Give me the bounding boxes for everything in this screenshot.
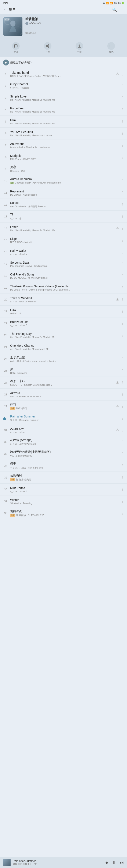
song-more-icon[interactable]: ⋮ xyxy=(121,179,124,183)
song-item[interactable]: 31 Azure Sky a_hisa · colors ⋮ xyxy=(0,424,127,436)
song-more-icon[interactable]: ⋮ xyxy=(121,309,124,313)
download-small-icon[interactable] xyxy=(116,428,119,432)
song-more-icon[interactable]: ⋮ xyxy=(121,487,124,491)
song-more-icon[interactable]: ⋮ xyxy=(121,238,124,242)
search-icon[interactable]: 🔍 xyxy=(112,7,117,12)
song-more-icon[interactable]: ⋮ xyxy=(121,203,124,207)
song-item[interactable]: 12 Sunset Alex Vourtsanis · 古街篮球 Beemo ⋮ xyxy=(0,199,127,211)
song-item[interactable]: 7 An Avenue tsunenori a.k.a Marukabis · … xyxy=(0,140,127,151)
song-item[interactable]: 16 Rainy Waltz a_hisa · shizuku ⋮ xyxy=(0,246,127,258)
play-all-button[interactable]: ▶ 播放全部(共38首) xyxy=(3,60,32,65)
song-more-icon[interactable]: ⋮ xyxy=(121,131,124,135)
song-item[interactable]: 17 So Long, Days Pax Japonica Groove · R… xyxy=(0,258,127,270)
download-small-icon[interactable] xyxy=(116,405,119,408)
song-item[interactable]: 38 告白の夜 独家 翻 素颜秒 · CHRONICLE V ⋮ xyxy=(0,507,127,519)
song-item[interactable]: 10 Aurora Requiem SQ CosMo@暴走P · AD:PIAN… xyxy=(0,175,127,187)
song-more-icon[interactable]: ⋮ xyxy=(121,274,124,278)
album-desc-link[interactable]: 编辑信息 > xyxy=(25,31,124,35)
share-button[interactable]: 分享 xyxy=(44,42,52,54)
album-info: 暗香盈袖 ADONIAO 编辑信息 > xyxy=(25,17,124,35)
song-item[interactable]: 2 Grey Charnel いか消し · eutopia ⋮ xyxy=(0,80,127,92)
more-menu-icon[interactable]: ⋮ xyxy=(120,7,124,12)
song-item[interactable]: 18 Old Friend's Song DE DE MOUSE · to mi… xyxy=(0,270,127,282)
song-title: Represent xyxy=(10,190,119,193)
song-more-icon[interactable]: ⋮ xyxy=(121,357,124,361)
song-more-icon[interactable]: ⋮ xyxy=(121,333,124,337)
song-more-icon[interactable]: ⋮ xyxy=(121,84,124,88)
song-more-icon[interactable]: ⋮ xyxy=(121,452,124,456)
song-item[interactable]: 23 The Parting Day iris · Your Friendshi… xyxy=(0,329,127,341)
song-more-icon[interactable]: ⋮ xyxy=(121,416,124,420)
song-item[interactable]: 22 Breeze of Life a_hisa · colors 3 ⋮ xyxy=(0,317,127,329)
download-small-icon[interactable] xyxy=(116,381,119,384)
song-item[interactable]: 27 春よ、来い SMOOTH J · Smooth Sound Collect… xyxy=(0,377,127,389)
artist-name[interactable]: ADONIAO xyxy=(29,22,41,25)
download-small-icon[interactable] xyxy=(116,298,119,301)
song-more-icon[interactable]: ⋮ xyxy=(121,107,124,112)
song-item[interactable]: 20 Town of Windmill a_hisa · Town of Win… xyxy=(0,294,127,306)
song-item[interactable]: 34 帽子 ヘタとパスカル · fish in the pool ⋮ xyxy=(0,460,127,472)
song-more-icon[interactable]: ⋮ xyxy=(121,381,124,384)
song-item[interactable]: 13 花 a_hisa · 花 ⋮ xyxy=(0,211,127,222)
song-more-icon[interactable]: ⋮ xyxy=(121,143,124,147)
song-more-icon[interactable]: ⋮ xyxy=(121,262,124,266)
song-item[interactable]: 24 One More Chance iris · Your Friendshi… xyxy=(0,341,127,353)
song-more-icon[interactable]: ⋮ xyxy=(121,120,124,124)
song-item[interactable]: 19 Thaitsuki Roiyaru Sanmai Katana (Limi… xyxy=(0,282,127,294)
song-actions: ⋮ xyxy=(121,321,124,325)
song-item[interactable]: 4 Forget You iris · Your Friendship Mean… xyxy=(0,104,127,116)
song-more-icon[interactable]: ⋮ xyxy=(121,191,124,195)
song-item[interactable]: 37 Winter Siiraitsuka · Traveling ⋮ xyxy=(0,495,127,507)
song-more-icon[interactable]: ⋮ xyxy=(121,369,124,373)
song-item[interactable]: 36 Mint Parfait a_hisa · colors 4 ⋮ xyxy=(0,484,127,495)
song-actions: ⋮ xyxy=(121,167,124,171)
song-item[interactable]: 8 Marigold M2U/Guriri · DIVERSITY ⋮ xyxy=(0,151,127,163)
song-item[interactable]: 14 Letter iris · Your Friendship Means S… xyxy=(0,222,127,235)
song-item[interactable]: 15 Skip!! NiZi RINGO · Nε/nuit ⋮ xyxy=(0,235,127,246)
song-item[interactable]: 26 夢 Hallo · Romance ⋮ xyxy=(0,365,127,377)
song-more-icon[interactable]: ⋮ xyxy=(121,499,124,503)
song-item[interactable]: 29 葬花 独家 THT · 葬花 ⋮ xyxy=(0,401,127,412)
prev-button[interactable]: ⏮ xyxy=(104,860,109,865)
song-more-icon[interactable]: ⋮ xyxy=(121,464,124,468)
song-more-icon[interactable]: ⋮ xyxy=(121,286,124,290)
song-more-icon[interactable]: ⋮ xyxy=(121,428,124,432)
song-item[interactable]: 33 跨越无数的夜晚(小提琴演奏版) V.A · 最新热型音乐92 ⋮ xyxy=(0,448,127,460)
song-more-icon[interactable]: ⋮ xyxy=(121,226,124,230)
song-item[interactable]: 6 You Are Beautiful iris · Your Friendsh… xyxy=(0,128,127,140)
pause-button[interactable]: ⏸ xyxy=(112,860,117,865)
multiselect-button[interactable]: 多选 xyxy=(107,42,115,54)
song-item[interactable]: 1 Take me hand DAISHI DANCE/Cecile Corbe… xyxy=(0,68,127,80)
song-more-icon[interactable]: ⋮ xyxy=(121,440,124,444)
back-button[interactable]: ← xyxy=(3,7,7,12)
song-item[interactable]: 3 Simple Love iris · Your Friendship Mea… xyxy=(0,92,127,104)
song-item[interactable]: 9 夏恋 Otokaze · 夏恋 ⋮ xyxy=(0,163,127,175)
song-more-icon[interactable]: ⋮ xyxy=(121,345,124,349)
song-more-icon[interactable]: ⋮ xyxy=(121,475,124,479)
comment-button[interactable]: 评论 xyxy=(12,42,20,54)
song-more-icon[interactable]: ⋮ xyxy=(121,511,124,515)
download-small-icon[interactable] xyxy=(116,72,119,76)
song-more-icon[interactable]: ⋮ xyxy=(121,167,124,171)
song-item[interactable]: 28 Akizora ans · IN YA MELLOW TONE 9 ⋮ xyxy=(0,389,127,401)
song-more-icon[interactable]: ⋮ xyxy=(121,321,124,325)
song-item[interactable]: 35 如歌当时 独家 翻 行乐·程光亮 ⋮ xyxy=(0,472,127,484)
song-more-icon[interactable]: ⋮ xyxy=(121,72,124,76)
song-more-icon[interactable]: ⋮ xyxy=(121,155,124,159)
download-small-icon[interactable] xyxy=(116,226,119,230)
song-title: Thaitsuki Roiyaru Sanmai Katana (Limited… xyxy=(10,285,119,288)
song-item[interactable]: 25 近すぎた空 Akito · Dulcet Series spring sp… xyxy=(0,353,127,365)
song-more-icon[interactable]: ⋮ xyxy=(121,96,124,100)
song-item[interactable]: 11 Represent DJ Okwari · Kaleidoscope ⋮ xyxy=(0,187,127,199)
song-more-icon[interactable]: ⋮ xyxy=(121,404,124,408)
song-item[interactable]: Rain after Summer 绿茶网 · Rain after Summe… xyxy=(0,412,127,424)
song-more-icon[interactable]: ⋮ xyxy=(121,250,124,254)
song-more-icon[interactable]: ⋮ xyxy=(121,214,124,218)
next-button[interactable]: ⏭ xyxy=(120,860,124,865)
song-more-icon[interactable]: ⋮ xyxy=(121,298,124,302)
song-more-icon[interactable]: ⋮ xyxy=(121,393,124,397)
song-item[interactable]: 21 LUA ceth · LUA ⋮ xyxy=(0,306,127,317)
download-button[interactable]: 下载 xyxy=(75,42,83,54)
song-item[interactable]: 5 Flim iris · Your Friendship Means So M… xyxy=(0,116,127,128)
song-item[interactable]: 32 花吹雪 (Arrange) a_hisa · 花吹雪(Arrange) ⋮ xyxy=(0,436,127,448)
